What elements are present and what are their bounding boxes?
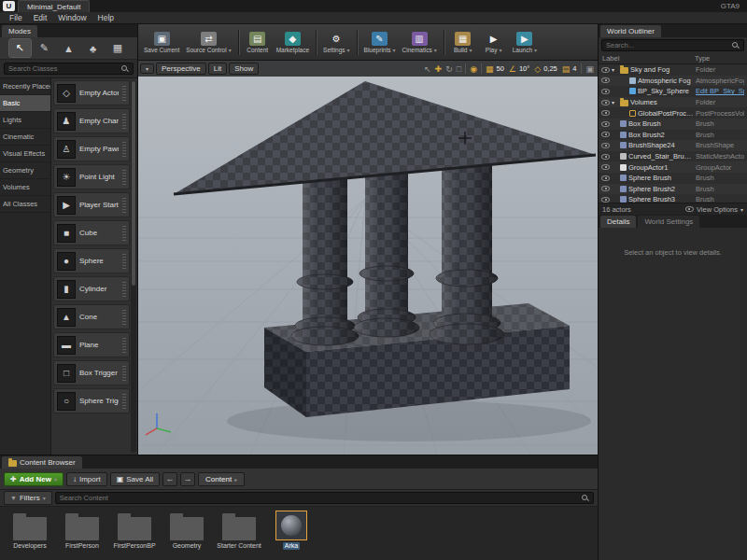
outliner-row-groupactor1[interactable]: GroupActor1GroupActor <box>599 161 747 173</box>
drag-grip-icon[interactable] <box>122 338 126 353</box>
category-visual-effects[interactable]: Visual Effects <box>0 146 50 162</box>
visibility-eye-icon[interactable] <box>601 110 610 116</box>
list-item-empty-pawn[interactable]: ♙Empty Pawn <box>53 136 130 161</box>
search-classes-input[interactable]: Search Classes <box>4 63 134 75</box>
visibility-eye-icon[interactable] <box>601 143 610 148</box>
visibility-eye-icon[interactable] <box>601 89 610 94</box>
content-browser-tab[interactable]: Content Browser <box>2 456 82 469</box>
grid-snap-value[interactable]: 50 <box>496 64 507 73</box>
outliner-row-box-brush2[interactable]: Box Brush2Brush <box>599 130 747 141</box>
list-item-empty-actor[interactable]: ◇Empty Actor <box>53 80 130 105</box>
list-item-cone[interactable]: ▲Cone <box>53 304 130 329</box>
list-item-empty-character[interactable]: ♟Empty Character <box>53 108 130 133</box>
save-all-button[interactable]: ▣Save All <box>110 472 160 486</box>
list-item-point-light[interactable]: ☀Point Light <box>53 164 130 189</box>
drag-grip-icon[interactable] <box>122 282 126 297</box>
tab-world-settings[interactable]: World Settings <box>638 216 699 228</box>
launch-button[interactable]: ▶ Launch▾ <box>510 30 540 55</box>
visibility-eye-icon[interactable] <box>601 197 610 203</box>
visibility-eye-icon[interactable] <box>601 164 610 170</box>
grid-snap-icon[interactable]: ▦ <box>484 64 496 74</box>
outliner-row-globalpostprocessvolume[interactable]: GlobalPostProcessVolumePostProcessVolum <box>599 107 747 119</box>
visibility-eye-icon[interactable] <box>601 121 610 127</box>
rotation-snap-icon[interactable]: ∠ <box>507 64 518 74</box>
label-column-header[interactable]: Label <box>602 54 695 63</box>
outliner-search-input[interactable]: Search... <box>601 39 744 51</box>
source-control-button[interactable]: ⇄ Source Control▾ <box>183 30 233 55</box>
breadcrumb[interactable]: Content▸ <box>198 472 245 486</box>
landscape-mode-icon[interactable]: ▲ <box>58 39 79 57</box>
category-all-classes[interactable]: All Classes <box>0 196 50 213</box>
paint-mode-icon[interactable]: ✎ <box>34 39 55 57</box>
drag-grip-icon[interactable] <box>122 394 126 409</box>
cinematics-button[interactable]: ▥ Cinematics▾ <box>400 30 440 55</box>
drag-grip-icon[interactable] <box>122 366 126 381</box>
outliner-row-brushshape24[interactable]: BrushShape24BrushShape <box>599 140 747 151</box>
drag-grip-icon[interactable] <box>122 114 126 129</box>
list-item-cube[interactable]: ■Cube <box>53 220 130 245</box>
visibility-eye-icon[interactable] <box>601 154 610 160</box>
camera-speed-icon[interactable]: ▤ <box>560 64 572 74</box>
category-geometry[interactable]: Geometry <box>0 162 50 179</box>
outliner-row-box-brush[interactable]: Box BrushBrush <box>599 119 747 130</box>
tab-details[interactable]: Details <box>600 216 636 228</box>
folder-tile-developers[interactable]: Developers <box>7 511 52 550</box>
visibility-eye-icon[interactable] <box>601 67 610 73</box>
scale-snap-icon[interactable]: ◇ <box>532 64 543 74</box>
outliner-row-sky-and-fog[interactable]: ▾Sky and FogFolder <box>599 64 747 76</box>
category-basic[interactable]: Basic <box>0 95 50 112</box>
drag-grip-icon[interactable] <box>122 170 126 185</box>
category-lights[interactable]: Lights <box>0 112 50 129</box>
outliner-row-sphere-brush[interactable]: Sphere BrushBrush <box>599 173 747 184</box>
play-button[interactable]: ▶ Play▾ <box>479 30 509 55</box>
drag-grip-icon[interactable] <box>122 142 126 157</box>
outliner-row-bp-sky-sphere[interactable]: BP_Sky_SphereEdit BP_Sky_Sph <box>599 86 747 97</box>
list-item-sphere[interactable]: ●Sphere <box>53 248 130 273</box>
move-tool-icon[interactable]: ✚ <box>433 64 444 74</box>
show-flags-button[interactable]: Show <box>229 63 259 75</box>
menu-help[interactable]: Help <box>92 13 120 22</box>
category-cinematic[interactable]: Cinematic <box>0 129 50 146</box>
save-current-button[interactable]: ▣ Save Current <box>141 30 182 55</box>
category-recently-placed[interactable]: Recently Placed <box>0 78 50 95</box>
blueprints-button[interactable]: ✎ Blueprints▾ <box>361 30 399 55</box>
perspective-button[interactable]: Perspective <box>156 63 206 75</box>
type-column-header[interactable]: Type <box>695 54 743 63</box>
build-button[interactable]: ▦ Build▾ <box>448 30 478 55</box>
outliner-row-curved-stair-brush[interactable]: Curved_Stair_Brush_StaticMeshStaticMeshA… <box>599 151 747 162</box>
rotation-snap-value[interactable]: 10° <box>518 64 532 73</box>
search-content-input[interactable]: Search Content <box>55 492 594 504</box>
lit-mode-button[interactable]: Lit <box>208 63 227 75</box>
visibility-eye-icon[interactable] <box>601 100 610 105</box>
add-new-button[interactable]: ✚Add New▾ <box>4 472 63 486</box>
folder-tile-geometry[interactable]: Geometry <box>164 511 209 550</box>
category-volumes[interactable]: Volumes <box>0 179 50 196</box>
maximize-viewport-icon[interactable]: ▣ <box>584 64 596 74</box>
outliner-column-headers[interactable]: Label Type <box>599 53 747 64</box>
level-tab[interactable]: Minimal_Default <box>18 0 90 12</box>
settings-button[interactable]: ⚙ Settings▾ <box>320 30 353 55</box>
camera-speed-value[interactable]: 4 <box>571 64 579 73</box>
menu-file[interactable]: File <box>4 13 28 22</box>
drag-grip-icon[interactable] <box>122 254 126 269</box>
rotate-tool-icon[interactable]: ↻ <box>444 64 455 74</box>
visibility-eye-icon[interactable] <box>601 186 610 191</box>
viewport-3d[interactable]: ▾ Perspective Lit Show ↖ ✚ ↻ □ ◉ ▦ 50 ∠ … <box>138 61 598 455</box>
visibility-eye-icon[interactable] <box>601 175 610 181</box>
filters-button[interactable]: ▼Filters▾ <box>4 491 52 505</box>
list-item-sphere-trigger[interactable]: ○Sphere Trigger <box>53 388 130 413</box>
view-options-button[interactable]: View Options▾ <box>685 205 743 214</box>
viewport-options-button[interactable]: ▾ <box>140 63 154 74</box>
drag-grip-icon[interactable] <box>122 310 126 325</box>
world-space-toggle-icon[interactable]: ◉ <box>468 64 479 74</box>
outliner-row-sphere-brush3[interactable]: Sphere Brush3Brush <box>599 194 747 203</box>
list-item-player-start[interactable]: ▶Player Start <box>53 192 130 217</box>
viewport-3d-scene[interactable] <box>138 61 598 455</box>
place-mode-icon[interactable]: ↖ <box>9 39 31 57</box>
geometry-mode-icon[interactable]: ▦ <box>106 39 128 57</box>
import-button[interactable]: ↓Import <box>66 472 107 486</box>
folder-tile-firstperson[interactable]: FirstPerson <box>60 511 105 550</box>
visibility-eye-icon[interactable] <box>601 77 610 83</box>
expander-icon[interactable]: ▾ <box>612 66 618 73</box>
asset-tile-arka[interactable]: Arka <box>269 511 314 550</box>
